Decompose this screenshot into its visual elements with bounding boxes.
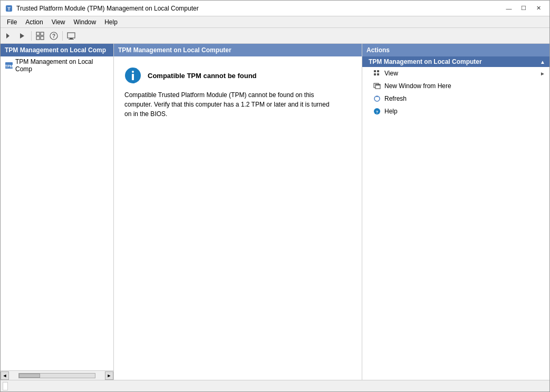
svg-rect-20 [374,73,376,75]
svg-rect-7 [41,36,44,40]
actions-header: Actions [362,44,549,56]
app-icon: T [5,4,13,13]
tpm-icon: TPM [5,61,13,70]
help-icon: ? [373,107,381,116]
action-help-label: Help [384,108,398,115]
svg-text:?: ? [376,110,379,114]
title-bar: T Trusted Platform Module (TPM) Manageme… [1,1,549,16]
error-title-row: Compatible TPM cannot be found [124,67,351,84]
nav-tree-item-tpm[interactable]: TPM TPM Management on Local Comp [1,56,113,74]
svg-text:TPM: TPM [5,64,13,68]
nav-tree-scrollbar: ◄ ► [1,370,113,380]
menu-bar: File Action View Window Help [1,16,549,28]
actions-section-title[interactable]: TPM Management on Local Computer ▲ [362,56,549,67]
toolbar-separator-2 [62,31,63,41]
action-view-label: View [384,70,398,77]
action-refresh[interactable]: Refresh [362,92,549,105]
action-refresh-label: Refresh [384,95,407,102]
new-window-icon [373,82,381,90]
menu-help[interactable]: Help [100,16,122,27]
scrollbar-left-arrow[interactable]: ◄ [1,371,9,380]
svg-rect-21 [377,73,379,75]
nav-tree: TPM Management on Local Comp TPM TPM Man… [1,44,114,380]
nav-tree-header: TPM Management on Local Comp [1,44,113,56]
view-arrow-icon: ► [540,71,545,77]
svg-rect-17 [132,74,134,80]
window-title: Trusted Platform Module (TPM) Management… [16,5,502,12]
svg-rect-10 [67,33,75,38]
action-help[interactable]: ? Help [362,105,549,118]
status-segment [3,382,8,390]
toolbar-view-button[interactable] [34,30,46,42]
scrollbar-thumb [19,374,40,378]
error-title: Compatible TPM cannot be found [148,72,257,80]
action-new-window[interactable]: New Window from Here [362,80,549,92]
maximize-button[interactable]: ☐ [517,3,530,14]
status-bar [1,380,549,391]
main-window: T Trusted Platform Module (TPM) Manageme… [0,0,550,392]
nav-tree-content: TPM TPM Management on Local Comp [1,56,113,370]
toolbar-back-button[interactable] [3,30,15,42]
refresh-icon [373,94,381,103]
window-controls: — ☐ ✕ [502,3,545,14]
action-view[interactable]: View ► [362,67,549,80]
actions-list: View ► New Window from Here [362,67,549,118]
svg-rect-11 [70,38,73,39]
toolbar-console-button[interactable] [65,30,78,42]
svg-rect-18 [374,70,376,72]
svg-rect-12 [69,39,74,40]
error-body: Compatible Trusted Platform Module (TPM)… [124,90,335,119]
svg-rect-4 [36,32,40,35]
svg-marker-2 [6,33,9,39]
section-chevron-icon: ▲ [540,59,545,65]
menu-window[interactable]: Window [70,16,101,27]
svg-text:?: ? [52,33,55,39]
view-icon [373,69,381,78]
actions-panel: Actions TPM Management on Local Computer… [362,44,549,380]
toolbar-separator-1 [31,31,32,41]
svg-marker-3 [20,33,24,39]
main-layout: TPM Management on Local Comp TPM TPM Man… [1,44,549,380]
content-header: TPM Management on Local Computer [114,44,362,56]
svg-rect-6 [36,36,40,40]
toolbar: ? [1,28,549,44]
toolbar-forward-button[interactable] [16,30,29,42]
toolbar-help-button[interactable]: ? [47,30,60,42]
svg-point-16 [132,71,134,73]
svg-rect-19 [377,70,379,72]
menu-action[interactable]: Action [21,16,47,27]
scrollbar-track[interactable] [18,373,95,378]
content-panel: TPM Management on Local Computer Compati… [114,44,362,380]
menu-file[interactable]: File [3,16,21,27]
info-icon [124,67,141,84]
menu-view[interactable]: View [47,16,70,27]
content-body: Compatible TPM cannot be found Compatibl… [114,56,362,380]
svg-rect-24 [375,84,380,85]
minimize-button[interactable]: — [502,3,516,14]
close-button[interactable]: ✕ [532,3,545,14]
svg-text:T: T [7,6,11,12]
action-new-window-label: New Window from Here [384,82,451,90]
svg-rect-5 [41,32,44,35]
scrollbar-right-arrow[interactable]: ► [105,371,113,380]
